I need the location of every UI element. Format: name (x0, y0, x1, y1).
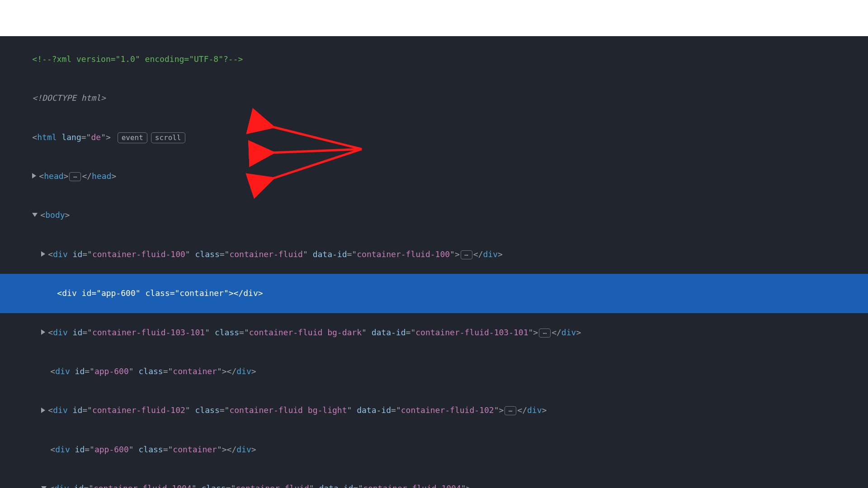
dom-line-cf1004-open[interactable]: <div id="container-fluid-1004" class="co… (0, 469, 868, 488)
dom-line-cf102[interactable]: <div id="container-fluid-102" class="con… (0, 391, 868, 430)
expand-arrow-icon[interactable] (41, 329, 45, 335)
dom-line-html-open[interactable]: <html lang="de"> eventscroll (0, 118, 868, 157)
event-badge[interactable]: event (118, 132, 147, 143)
dom-line-doctype[interactable]: <!DOCTYPE html> (0, 79, 868, 117)
expand-arrow-icon[interactable] (32, 173, 36, 178)
dom-line-app600-selected[interactable]: <div id="app-600" class="container"></di… (0, 274, 868, 313)
dom-line-xml-decl[interactable]: <!--?xml version="1.0" encoding="UTF-8"?… (0, 40, 868, 79)
devtools-elements-panel: <!--?xml version="1.0" encoding="UTF-8"?… (0, 36, 868, 488)
ellipsis-icon[interactable]: ⋯ (69, 172, 81, 181)
dom-line-cf100[interactable]: <div id="container-fluid-100" class="con… (0, 235, 868, 274)
collapse-arrow-icon[interactable] (41, 486, 47, 488)
dom-line-app600-2[interactable]: <div id="app-600" class="container"></di… (0, 352, 868, 391)
ellipsis-icon[interactable]: ⋯ (505, 406, 516, 415)
collapse-arrow-icon[interactable] (32, 213, 38, 217)
xml-decl-text: <!--?xml version="1.0" encoding="UTF-8"?… (32, 54, 243, 64)
ellipsis-icon[interactable]: ⋯ (461, 250, 472, 259)
dom-line-app600-3[interactable]: <div id="app-600" class="container"></di… (0, 430, 868, 469)
doctype-text: <!DOCTYPE html> (32, 93, 106, 103)
ellipsis-icon[interactable]: ⋯ (539, 328, 551, 338)
top-blank-region (0, 0, 868, 36)
dom-line-cf103[interactable]: <div id="container-fluid-103-101" class=… (0, 313, 868, 352)
expand-arrow-icon[interactable] (41, 251, 45, 257)
expand-arrow-icon[interactable] (41, 408, 45, 413)
dom-line-body-open[interactable]: <body> (0, 196, 868, 235)
scroll-badge[interactable]: scroll (151, 132, 185, 143)
dom-line-head[interactable]: <head>⋯</head> (0, 157, 868, 196)
